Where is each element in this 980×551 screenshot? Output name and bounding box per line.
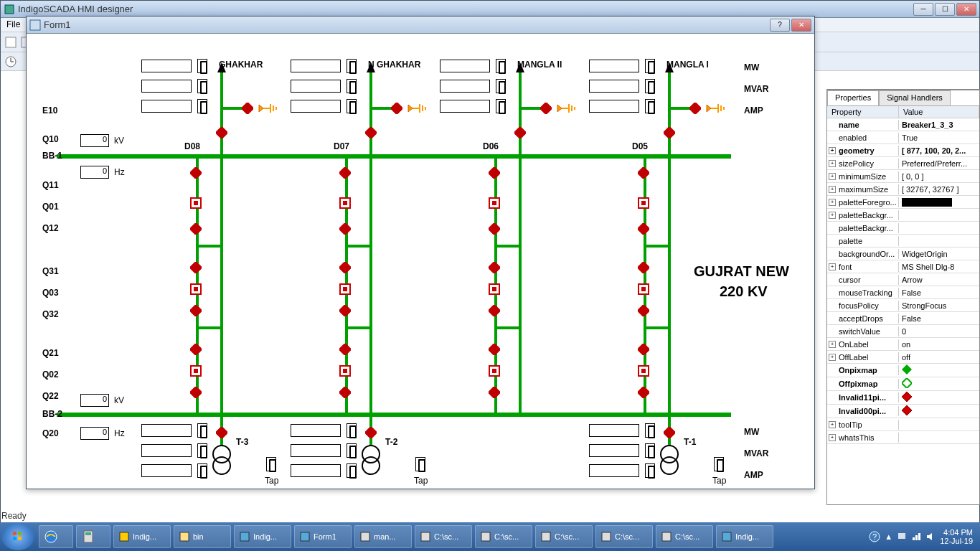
breaker[interactable] xyxy=(638,197,649,209)
taskbar-item[interactable]: bin xyxy=(174,525,231,548)
meter[interactable] xyxy=(141,424,192,437)
prop-col-value[interactable]: Value xyxy=(899,106,979,118)
hz-bot-value[interactable]: 0 xyxy=(80,427,109,440)
taskbar-item[interactable]: Indig... xyxy=(234,525,291,548)
prop-row[interactable]: Invalid00pi... xyxy=(827,405,979,418)
disconnector[interactable] xyxy=(365,427,377,438)
prop-col-property[interactable]: Property xyxy=(827,106,899,118)
digit[interactable] xyxy=(197,59,207,73)
digit[interactable] xyxy=(347,423,357,438)
clock-icon[interactable] xyxy=(4,55,18,69)
disconnector[interactable] xyxy=(339,344,351,355)
prop-value[interactable]: StrongFocus xyxy=(899,301,979,311)
network-icon[interactable] xyxy=(911,532,921,542)
breaker[interactable] xyxy=(489,283,500,295)
prop-row[interactable]: Onpixmap xyxy=(827,364,979,377)
tap-digit[interactable] xyxy=(415,457,425,471)
prop-value[interactable]: on xyxy=(899,339,979,349)
disconnector[interactable] xyxy=(365,127,377,138)
digit[interactable] xyxy=(645,59,655,73)
properties-panel[interactable]: Properties Signal Handlers Property Valu… xyxy=(826,89,980,505)
earth-switch[interactable] xyxy=(689,103,701,114)
meter[interactable] xyxy=(440,80,490,93)
expand-icon[interactable]: + xyxy=(829,173,836,180)
prop-row[interactable]: backgroundOr... WidgetOrigin xyxy=(827,248,979,260)
disconnector[interactable] xyxy=(638,387,649,398)
breaker[interactable] xyxy=(190,197,202,209)
digit[interactable] xyxy=(645,463,655,478)
prop-value[interactable]: True xyxy=(899,133,979,143)
prop-value[interactable] xyxy=(899,227,979,229)
prop-row[interactable]: mouseTracking False xyxy=(827,286,979,299)
meter[interactable] xyxy=(589,464,639,477)
meter[interactable] xyxy=(291,424,341,437)
prop-value[interactable] xyxy=(899,391,979,404)
form-close-button[interactable]: ✕ xyxy=(791,19,811,32)
taskbar-item[interactable]: C:\sc... xyxy=(656,525,713,548)
meter[interactable] xyxy=(141,464,192,477)
disconnector[interactable] xyxy=(339,387,351,398)
digit[interactable] xyxy=(645,423,655,438)
prop-value[interactable]: [ 0, 0 ] xyxy=(899,171,979,182)
maximize-button[interactable]: ☐ xyxy=(935,3,955,16)
disconnector[interactable] xyxy=(489,262,500,273)
taskbar-item[interactable]: C:\sc... xyxy=(595,525,653,548)
prop-value[interactable] xyxy=(899,215,979,216)
breaker[interactable] xyxy=(638,283,649,295)
menu-file[interactable]: File xyxy=(6,19,20,30)
prop-value[interactable] xyxy=(899,364,979,377)
prop-row[interactable]: +geometry [ 877, 100, 20, 2... xyxy=(827,144,979,157)
breaker[interactable] xyxy=(339,365,351,377)
earth-switch[interactable] xyxy=(540,103,552,114)
expand-icon[interactable]: + xyxy=(829,421,836,428)
prop-row[interactable]: paletteBackgr... xyxy=(827,222,979,235)
disconnector[interactable] xyxy=(638,344,649,355)
expand-icon[interactable]: + xyxy=(829,147,836,154)
disconnector[interactable] xyxy=(216,127,227,138)
digit[interactable] xyxy=(197,423,207,438)
prop-value[interactable]: [ 32767, 32767 ] xyxy=(899,184,979,194)
form-help-button[interactable]: ? xyxy=(770,19,790,32)
meter[interactable] xyxy=(440,100,490,113)
prop-row[interactable]: +OnLabel on xyxy=(827,338,979,351)
prop-row[interactable]: +whatsThis xyxy=(827,431,979,444)
meter[interactable] xyxy=(291,80,341,93)
taskbar-item[interactable]: Indig... xyxy=(716,525,773,548)
system-tray[interactable]: ? ▲ 4:04 PM 12-Jul-19 xyxy=(869,528,979,545)
meter[interactable] xyxy=(291,464,341,477)
digit[interactable] xyxy=(645,79,655,93)
expand-icon[interactable]: + xyxy=(829,199,836,206)
disconnector[interactable] xyxy=(489,305,500,316)
disconnector[interactable] xyxy=(339,305,351,316)
close-button[interactable]: ✕ xyxy=(956,3,976,16)
breaker[interactable] xyxy=(190,365,202,377)
taskbar-item[interactable]: C:\sc... xyxy=(535,525,593,548)
prop-rows[interactable]: name Breaker1_3_3 enabled True +geometry… xyxy=(827,118,979,499)
prop-row[interactable]: +paletteBackgr... xyxy=(827,209,979,222)
prop-value[interactable]: False xyxy=(899,288,979,298)
expand-icon[interactable]: + xyxy=(829,434,836,441)
disconnector[interactable] xyxy=(190,344,202,355)
digit[interactable] xyxy=(645,443,655,458)
prop-value[interactable]: 0 xyxy=(899,326,979,336)
taskbar-ie[interactable] xyxy=(39,525,73,548)
prop-row[interactable]: Offpixmap xyxy=(827,377,979,391)
meter[interactable] xyxy=(589,100,639,113)
disconnector[interactable] xyxy=(638,262,649,273)
meter[interactable] xyxy=(589,424,639,437)
digit[interactable] xyxy=(197,79,207,93)
breaker[interactable] xyxy=(190,283,202,295)
meter[interactable] xyxy=(291,444,341,457)
volume-icon[interactable] xyxy=(925,532,936,542)
disconnector[interactable] xyxy=(489,344,500,355)
disconnector[interactable] xyxy=(489,167,500,179)
meter[interactable] xyxy=(440,60,490,72)
disconnector[interactable] xyxy=(489,223,500,235)
prop-row[interactable]: focusPolicy StrongFocus xyxy=(827,299,979,312)
prop-row[interactable]: switchValue 0 xyxy=(827,325,979,338)
prop-row[interactable]: cursor Arrow xyxy=(827,273,979,286)
prop-value[interactable]: WidgetOrigin xyxy=(899,249,979,259)
disconnector[interactable] xyxy=(514,127,526,138)
digit[interactable] xyxy=(197,443,207,458)
digit[interactable] xyxy=(347,59,357,73)
